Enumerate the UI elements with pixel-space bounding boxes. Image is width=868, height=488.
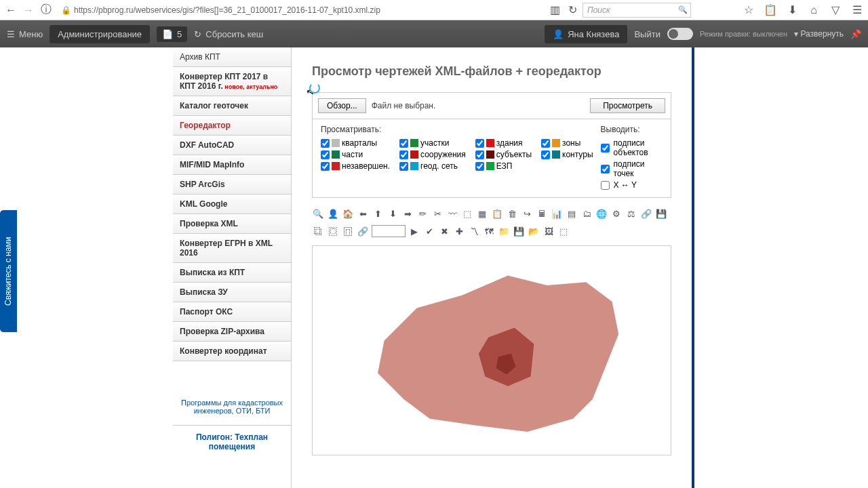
sidebar-item-9[interactable]: Конвертер ЕГРН в XML 2016: [173, 234, 291, 263]
reload-icon[interactable]: ↻: [565, 3, 580, 18]
layer-участки[interactable]: участки: [399, 138, 466, 148]
tool-icon-10[interactable]: ⬚: [461, 207, 473, 220]
tool2-icon-1[interactable]: ⿴: [327, 225, 339, 237]
layer-сооружения[interactable]: сооружения: [399, 150, 466, 159]
sidebar-item-13[interactable]: Проверка ZIP-архива: [173, 322, 291, 342]
sidebar-item-14[interactable]: Конвертер координат: [173, 342, 291, 361]
promo-link-1[interactable]: Программы для кадастровых инженеров, ОТИ…: [173, 388, 291, 425]
browse-button[interactable]: Обзор...: [318, 98, 366, 113]
map-toolbar: 🔍👤🏠⬅⬆⬇➡✏✂〰⬚▦📋🗑↪🖩📊▤🗂🌐⚙⚖🔗💾⿻⿴⿵🔗▶✔✖✚〽🗺📁💾📂🖼⬚: [312, 205, 671, 240]
back-icon[interactable]: ←: [3, 3, 18, 18]
pocket-icon[interactable]: ▽: [828, 3, 843, 18]
tool-icon-2[interactable]: 🏠: [342, 207, 354, 220]
tool-icon-1[interactable]: 👤: [327, 207, 339, 220]
tool3-icon-10[interactable]: ⬚: [557, 225, 570, 237]
tool-icon-21[interactable]: ⚖: [625, 207, 637, 220]
forward-icon[interactable]: →: [21, 3, 36, 18]
sidebar-item-12[interactable]: Паспорт ОКС: [173, 302, 291, 322]
menu-button[interactable]: ☰Меню: [7, 29, 43, 39]
expand-button[interactable]: ▾ Развернуть: [794, 29, 844, 39]
tool3-icon-7[interactable]: 💾: [513, 225, 525, 237]
tool-input[interactable]: [372, 225, 406, 237]
clipboard-icon[interactable]: 📋: [763, 3, 778, 18]
layer-незавершен.[interactable]: незавершен.: [321, 161, 390, 171]
tool-icon-16[interactable]: 📊: [551, 207, 563, 220]
admin-button[interactable]: Администрирование: [50, 25, 150, 43]
tool-icon-11[interactable]: ▦: [476, 207, 488, 220]
tool-icon-0[interactable]: 🔍: [312, 207, 324, 220]
star-icon[interactable]: ☆: [741, 3, 756, 18]
sidebar-item-1[interactable]: Конвертер КПТ 2017 в КПТ 2016 г. новое, …: [173, 67, 291, 96]
sidebar-item-8[interactable]: Проверка XML: [173, 214, 291, 234]
tool-icon-5[interactable]: ⬇: [387, 207, 399, 220]
sidebar-item-6[interactable]: SHP ArcGis: [173, 175, 291, 195]
left-margin: [0, 47, 173, 488]
tool2-icon-2[interactable]: ⿵: [342, 225, 354, 237]
sidebar: Архив КПТКонвертер КПТ 2017 в КПТ 2016 г…: [173, 47, 292, 488]
sidebar-item-4[interactable]: DXF AutoCAD: [173, 136, 291, 155]
tool3-icon-3[interactable]: ✚: [453, 225, 465, 237]
tool-icon-19[interactable]: 🌐: [595, 207, 608, 220]
output-0[interactable]: подписи объектов: [601, 138, 663, 157]
edit-mode-toggle[interactable]: [667, 28, 693, 40]
sidebar-item-2[interactable]: Каталог геоточек: [173, 96, 291, 116]
sidebar-item-3[interactable]: Георедактор: [173, 116, 291, 136]
map-canvas[interactable]: [312, 245, 671, 455]
tool-icon-6[interactable]: ➡: [401, 207, 414, 220]
tool-icon-20[interactable]: ⚙: [610, 207, 623, 220]
sidebar-item-11[interactable]: Выписка ЗУ: [173, 283, 291, 302]
tool-icon-13[interactable]: 🗑: [506, 207, 518, 220]
tool3-icon-0[interactable]: ▶: [408, 225, 420, 237]
reader-icon[interactable]: ▥: [547, 3, 562, 18]
home-icon[interactable]: ⌂: [806, 3, 821, 18]
tool-icon-12[interactable]: 📋: [491, 207, 503, 220]
sidebar-item-7[interactable]: KML Google: [173, 195, 291, 214]
url-bar[interactable]: 🔒 https://pbprog.ru/webservices/gis/?fil…: [56, 3, 545, 18]
tool3-icon-4[interactable]: 〽: [468, 225, 480, 237]
pin-icon[interactable]: 📌: [850, 29, 861, 39]
tool-icon-14[interactable]: ↪: [521, 207, 533, 220]
tool-icon-9[interactable]: 〰: [446, 207, 458, 220]
sidebar-item-10[interactable]: Выписка из КПТ: [173, 263, 291, 283]
output-1[interactable]: подписи точек: [601, 159, 663, 178]
view-button[interactable]: Просмотреть: [590, 98, 665, 113]
tool2-icon-0[interactable]: ⿻: [312, 225, 324, 237]
tool2-icon-3[interactable]: 🔗: [357, 225, 369, 237]
tool3-icon-9[interactable]: 🖼: [542, 225, 555, 237]
info-icon[interactable]: ⓘ: [39, 3, 54, 18]
tool3-icon-6[interactable]: 📁: [498, 225, 510, 237]
tool-icon-15[interactable]: 🖩: [536, 207, 548, 220]
layer-здания[interactable]: здания: [475, 138, 532, 148]
search-input[interactable]: Поиск: [583, 3, 691, 18]
tool3-icon-1[interactable]: ✔: [423, 225, 435, 237]
logout-button[interactable]: Выйти: [634, 29, 660, 39]
tool-icon-3[interactable]: ⬅: [357, 207, 369, 220]
reset-cache-button[interactable]: ↻Сбросить кеш: [194, 29, 263, 39]
menu-icon[interactable]: ☰: [850, 3, 865, 18]
layer-части[interactable]: части: [321, 150, 390, 159]
tool-icon-4[interactable]: ⬆: [372, 207, 384, 220]
layer-ЕЗП[interactable]: ЕЗП: [475, 161, 532, 171]
tool-icon-17[interactable]: ▤: [566, 207, 578, 220]
output-2[interactable]: X ↔ Y: [601, 180, 663, 190]
layer-контуры[interactable]: контуры: [541, 150, 593, 159]
tool3-icon-2[interactable]: ✖: [438, 225, 450, 237]
tool3-icon-5[interactable]: 🗺: [483, 225, 495, 237]
tool-icon-8[interactable]: ✂: [431, 207, 443, 220]
sidebar-item-5[interactable]: MIF/MID MapInfo: [173, 155, 291, 175]
tool3-icon-8[interactable]: 📂: [528, 225, 540, 237]
tool-icon-22[interactable]: 🔗: [640, 207, 652, 220]
promo-link-2[interactable]: Полигон: Техплан помещения: [173, 425, 291, 458]
tool-icon-23[interactable]: 💾: [655, 207, 667, 220]
layer-субъекты[interactable]: субъекты: [475, 150, 532, 159]
layer-кварталы[interactable]: кварталы: [321, 138, 390, 148]
layer-зоны[interactable]: зоны: [541, 138, 593, 148]
tool-icon-7[interactable]: ✏: [416, 207, 429, 220]
contact-tab[interactable]: Свяжитесь с нами: [0, 210, 17, 332]
tool-icon-18[interactable]: 🗂: [580, 207, 593, 220]
layer-геод. сеть[interactable]: геод. сеть: [399, 161, 466, 171]
notification-badge[interactable]: 📄5: [157, 26, 187, 42]
user-button[interactable]: 👤Яна Князева: [545, 25, 627, 43]
sidebar-item-0[interactable]: Архив КПТ: [173, 47, 291, 67]
download-icon[interactable]: ⬇: [785, 3, 800, 18]
